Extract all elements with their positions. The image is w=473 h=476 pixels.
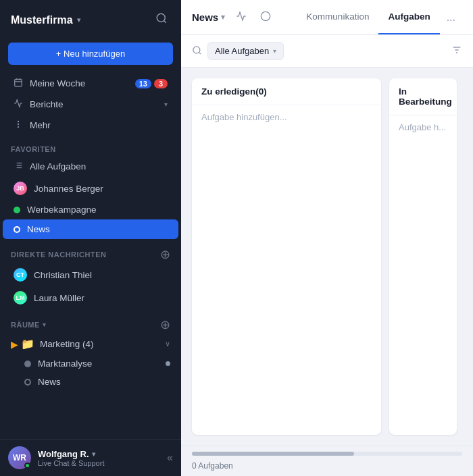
svg-point-7: [18, 124, 18, 124]
avatar-ct: CT: [14, 268, 27, 282]
filter-lines-icon[interactable]: [451, 45, 462, 58]
tab-more[interactable]: ...: [440, 0, 462, 34]
marktanalyse-label: Marktanalyse: [38, 359, 92, 369]
user-chevron-icon: ▾: [92, 450, 95, 458]
kanban-col2-add-task[interactable]: Aufgabe h...: [389, 115, 457, 139]
alle-aufgaben-label: Alle Aufgaben: [30, 161, 168, 171]
mehr-label: Mehr: [30, 120, 168, 130]
sidebar-item-mehr[interactable]: Mehr: [3, 115, 178, 136]
top-bar: News ▾ Kommunikation Aufgaben: [181, 0, 473, 35]
main-content: News ▾ Kommunikation Aufgaben: [181, 0, 473, 476]
add-new-button[interactable]: + Neu hinzufügen: [8, 43, 173, 65]
tab-aufgaben[interactable]: Aufgaben: [378, 0, 439, 34]
add-raume-icon[interactable]: ⊕: [160, 319, 170, 331]
sidebar-item-alle-aufgaben[interactable]: Alle Aufgaben: [3, 156, 178, 177]
pulse-icon[interactable]: [233, 8, 249, 27]
johannes-berger-label: Johannes Berger: [34, 184, 168, 194]
sidebar-item-marketing[interactable]: ▶ 📁 Marketing (4) ∨: [0, 334, 181, 354]
filter-dropdown[interactable]: Alle Aufgaben ▾: [207, 42, 284, 60]
sidebar-item-news[interactable]: News: [3, 219, 178, 239]
avatar: WR: [8, 446, 31, 469]
kanban-col2-header: In Bearbeitung: [389, 78, 457, 115]
badge-red: 3: [154, 79, 168, 88]
svg-point-6: [18, 121, 18, 122]
sidebar-item-johannes-berger[interactable]: JB Johannes Berger: [3, 177, 178, 200]
tab-bar: Kommunikation Aufgaben ...: [297, 0, 462, 34]
kanban-col1-add-task[interactable]: Aufgabe hinzufügen...: [192, 105, 381, 129]
news-sub-dot-icon: [24, 379, 31, 386]
user-name: Wolfgang R. ▾: [38, 449, 160, 459]
more-icon: [14, 120, 23, 131]
raume-section: Räume ▾ ⊕: [0, 309, 181, 334]
marketing-label: Marketing (4): [40, 339, 159, 349]
filter-search-icon: [192, 45, 202, 57]
sidebar-item-marktanalyse[interactable]: Marktanalyse: [0, 354, 181, 373]
user-info: Wolfgang R. ▾ Live Chat & Support: [38, 449, 160, 467]
marktanalyse-dot-icon: [24, 361, 31, 367]
filter-chevron-icon: ▾: [273, 47, 276, 55]
scrollbar-thumb[interactable]: [192, 452, 354, 456]
company-chevron-icon: ▾: [77, 16, 80, 24]
marketing-chevron-icon: ∨: [165, 340, 170, 348]
direkte-nachrichten-label: Direkte Nachrichten: [11, 250, 160, 259]
sidebar-item-meine-woche[interactable]: Meine Woche 13 3: [3, 73, 178, 94]
sidebar: Musterfirma ▾ + Neu hinzufügen Meine Woc…: [0, 0, 181, 476]
reports-icon: [14, 99, 23, 110]
raume-label: Räume ▾: [11, 321, 160, 329]
christian-thiel-label: Christian Thiel: [34, 270, 168, 280]
calendar-icon: [14, 78, 23, 89]
user-status: Live Chat & Support: [38, 459, 160, 467]
bottom-bar: 0 Aufgaben: [181, 446, 473, 476]
news-label: News: [27, 224, 168, 234]
news-dot-icon: [14, 226, 20, 233]
online-dot-icon: [14, 207, 20, 213]
tab-kommunikation[interactable]: Kommunikation: [297, 0, 378, 34]
user-footer[interactable]: WR Wolfgang R. ▾ Live Chat & Support «: [0, 439, 181, 476]
search-icon[interactable]: [153, 9, 170, 30]
favoriten-section-label: Favoriten: [0, 136, 181, 156]
badge-blue: 13: [135, 79, 151, 88]
sidebar-item-laura-mueller[interactable]: LM Laura Müller: [3, 286, 178, 309]
kanban-col-zu-erledigen: Zu erledigen(0) Aufgabe hinzufügen...: [192, 78, 381, 435]
filter-bar: Alle Aufgaben ▾: [181, 35, 473, 68]
direkte-nachrichten-section: Direkte Nachrichten ⊕: [0, 239, 181, 263]
channel-title[interactable]: News ▾: [192, 11, 225, 23]
marktanalyse-notification-icon: [166, 361, 170, 366]
laura-mueller-label: Laura Müller: [34, 293, 168, 303]
sidebar-item-werbekampagne[interactable]: Werbekampagne: [3, 200, 178, 219]
svg-point-15: [262, 11, 270, 20]
raume-chevron-icon: ▾: [43, 321, 47, 328]
add-dm-icon[interactable]: ⊕: [160, 248, 170, 261]
sidebar-header: Musterfirma ▾: [0, 0, 181, 40]
werbekampagne-label: Werbekampagne: [27, 205, 168, 215]
meine-woche-label: Meine Woche: [30, 78, 128, 88]
svg-point-16: [193, 46, 200, 53]
sidebar-item-news-sub[interactable]: News: [0, 373, 181, 391]
svg-line-17: [199, 52, 201, 54]
kanban-col1-header: Zu erledigen(0): [192, 78, 381, 105]
collapse-sidebar-icon[interactable]: «: [167, 452, 173, 464]
sidebar-item-berichte[interactable]: Berichte ▾: [3, 94, 178, 115]
sidebar-item-christian-thiel[interactable]: CT Christian Thiel: [3, 263, 178, 286]
kanban-col-in-bearbeitung: In Bearbeitung Aufgabe h...: [389, 78, 457, 435]
svg-rect-2: [15, 79, 22, 86]
kanban-board: Zu erledigen(0) Aufgabe hinzufügen... In…: [181, 68, 473, 446]
channel-chevron-icon: ▾: [221, 13, 225, 22]
svg-line-1: [164, 20, 166, 22]
svg-point-8: [18, 127, 18, 128]
folder-icon: ▶: [11, 339, 18, 350]
folder-color-icon: 📁: [21, 338, 34, 350]
berichte-label: Berichte: [30, 99, 157, 109]
topbar-icons: [233, 8, 274, 27]
company-name[interactable]: Musterfirma ▾: [11, 14, 80, 26]
list-icon: [14, 161, 23, 172]
online-status-icon: [24, 462, 30, 469]
meine-woche-badges: 13 3: [135, 79, 168, 88]
svg-point-0: [157, 14, 165, 22]
status-bar: 0 Aufgaben: [192, 461, 462, 471]
news-sub-label: News: [38, 377, 61, 387]
avatar-jb: JB: [14, 182, 27, 195]
circle-icon[interactable]: [257, 8, 274, 27]
scrollbar-track: [192, 452, 462, 456]
berichte-arrow-icon: ▾: [164, 101, 168, 108]
